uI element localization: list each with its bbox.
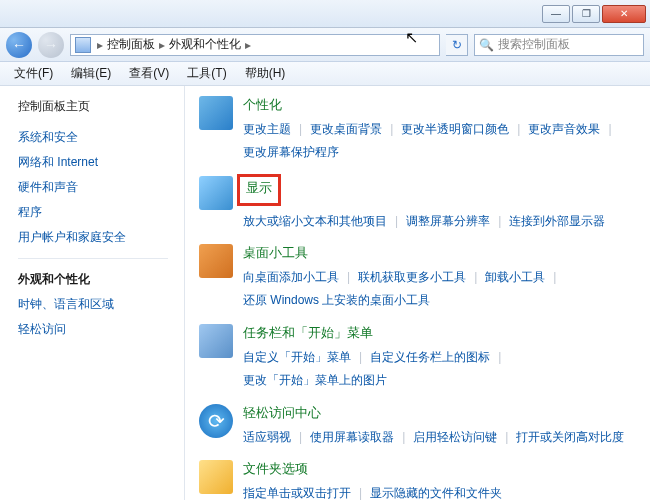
category-link[interactable]: 更改屏幕保护程序 — [243, 141, 339, 164]
category: ⟳轻松访问中心适应弱视|使用屏幕读取器|启用轻松访问键|打开或关闭高对比度 — [199, 404, 636, 449]
category-title[interactable]: 桌面小工具 — [243, 244, 636, 262]
refresh-button[interactable]: ↻ — [446, 34, 468, 56]
highlight-box: 显示 — [237, 174, 281, 206]
category: 个性化更改主题|更改桌面背景|更改半透明窗口颜色|更改声音效果|更改屏幕保护程序 — [199, 96, 636, 164]
sidebar-item[interactable]: 用户帐户和家庭安全 — [18, 225, 184, 250]
breadcrumb-root[interactable]: 控制面板 — [105, 36, 157, 53]
category-title[interactable]: 任务栏和「开始」菜单 — [243, 324, 636, 342]
category-link[interactable]: 联机获取更多小工具 — [358, 266, 466, 289]
category-link[interactable]: 打开或关闭高对比度 — [516, 426, 624, 449]
category-link[interactable]: 显示隐藏的文件和文件夹 — [370, 482, 502, 500]
link-divider: | — [545, 266, 564, 289]
sidebar-item[interactable]: 外观和个性化 — [18, 267, 184, 292]
link-divider: | — [351, 482, 370, 500]
category: 桌面小工具向桌面添加小工具|联机获取更多小工具|卸载小工具|还原 Windows… — [199, 244, 636, 312]
title-bar: — ❐ ✕ — [0, 0, 650, 28]
sidebar-item[interactable]: 程序 — [18, 200, 184, 225]
category-icon — [199, 244, 233, 278]
menu-view[interactable]: 查看(V) — [121, 63, 177, 84]
sidebar-item[interactable]: 网络和 Internet — [18, 150, 184, 175]
link-divider: | — [291, 118, 310, 141]
maximize-button[interactable]: ❐ — [572, 5, 600, 23]
breadcrumb-sep: ▸ — [95, 38, 105, 52]
menu-edit[interactable]: 编辑(E) — [63, 63, 119, 84]
category-link[interactable]: 还原 Windows 上安装的桌面小工具 — [243, 289, 430, 312]
breadcrumb-current[interactable]: 外观和个性化 — [167, 36, 243, 53]
link-divider: | — [490, 346, 509, 369]
category-icon: ⟳ — [199, 404, 233, 438]
category-link[interactable]: 更改桌面背景 — [310, 118, 382, 141]
address-bar[interactable]: ▸ 控制面板 ▸ 外观和个性化 ▸ — [70, 34, 440, 56]
category-title[interactable]: 个性化 — [243, 96, 636, 114]
link-divider: | — [387, 210, 406, 233]
category-icon — [199, 96, 233, 130]
minimize-button[interactable]: — — [542, 5, 570, 23]
sidebar-item[interactable]: 时钟、语言和区域 — [18, 292, 184, 317]
link-divider: | — [382, 118, 401, 141]
breadcrumb-sep: ▸ — [157, 38, 167, 52]
menu-tools[interactable]: 工具(T) — [179, 63, 234, 84]
menu-file[interactable]: 文件(F) — [6, 63, 61, 84]
link-divider: | — [351, 346, 370, 369]
link-divider: | — [600, 118, 619, 141]
category-link[interactable]: 更改主题 — [243, 118, 291, 141]
category-icon — [199, 460, 233, 494]
link-divider: | — [490, 210, 509, 233]
sidebar-item[interactable]: 轻松访问 — [18, 317, 184, 342]
control-panel-icon — [75, 37, 91, 53]
category-link[interactable]: 更改「开始」菜单上的图片 — [243, 369, 387, 392]
category-title[interactable]: 轻松访问中心 — [243, 404, 636, 422]
link-divider: | — [509, 118, 528, 141]
menu-help[interactable]: 帮助(H) — [237, 63, 294, 84]
category-link[interactable]: 放大或缩小文本和其他项目 — [243, 210, 387, 233]
back-button[interactable]: ← — [6, 32, 32, 58]
link-divider: | — [394, 426, 413, 449]
breadcrumb-sep: ▸ — [243, 38, 253, 52]
category-icon — [199, 324, 233, 358]
category: 文件夹选项指定单击或双击打开|显示隐藏的文件和文件夹 — [199, 460, 636, 500]
category-link[interactable]: 自定义任务栏上的图标 — [370, 346, 490, 369]
menu-bar: 文件(F) 编辑(E) 查看(V) 工具(T) 帮助(H) — [0, 62, 650, 86]
category-link[interactable]: 向桌面添加小工具 — [243, 266, 339, 289]
category-link[interactable]: 自定义「开始」菜单 — [243, 346, 351, 369]
category-title[interactable]: 显示 — [246, 179, 272, 197]
sidebar-home[interactable]: 控制面板主页 — [18, 98, 184, 115]
category-icon — [199, 176, 233, 210]
category-link[interactable]: 适应弱视 — [243, 426, 291, 449]
link-divider: | — [497, 426, 516, 449]
category-link[interactable]: 更改声音效果 — [528, 118, 600, 141]
link-divider: | — [291, 426, 310, 449]
category-link[interactable]: 卸载小工具 — [485, 266, 545, 289]
category-title[interactable]: 文件夹选项 — [243, 460, 636, 478]
close-button[interactable]: ✕ — [602, 5, 646, 23]
search-placeholder: 搜索控制面板 — [498, 36, 570, 53]
category-link[interactable]: 启用轻松访问键 — [413, 426, 497, 449]
content-pane: 个性化更改主题|更改桌面背景|更改半透明窗口颜色|更改声音效果|更改屏幕保护程序… — [185, 86, 650, 500]
sidebar-item[interactable]: 硬件和声音 — [18, 175, 184, 200]
sidebar: 控制面板主页 系统和安全网络和 Internet硬件和声音程序用户帐户和家庭安全… — [0, 86, 185, 500]
forward-button[interactable]: → — [38, 32, 64, 58]
link-divider: | — [466, 266, 485, 289]
category: 任务栏和「开始」菜单自定义「开始」菜单|自定义任务栏上的图标|更改「开始」菜单上… — [199, 324, 636, 392]
category-link[interactable]: 调整屏幕分辨率 — [406, 210, 490, 233]
category: 显示放大或缩小文本和其他项目|调整屏幕分辨率|连接到外部显示器 — [199, 176, 636, 233]
category-link[interactable]: 连接到外部显示器 — [509, 210, 605, 233]
search-input[interactable]: 🔍 搜索控制面板 — [474, 34, 644, 56]
sidebar-item[interactable]: 系统和安全 — [18, 125, 184, 150]
navigation-bar: ← → ▸ 控制面板 ▸ 外观和个性化 ▸ ↻ 🔍 搜索控制面板 — [0, 28, 650, 62]
search-icon: 🔍 — [479, 38, 494, 52]
category-link[interactable]: 指定单击或双击打开 — [243, 482, 351, 500]
link-divider: | — [339, 266, 358, 289]
category-link[interactable]: 更改半透明窗口颜色 — [401, 118, 509, 141]
category-link[interactable]: 使用屏幕读取器 — [310, 426, 394, 449]
